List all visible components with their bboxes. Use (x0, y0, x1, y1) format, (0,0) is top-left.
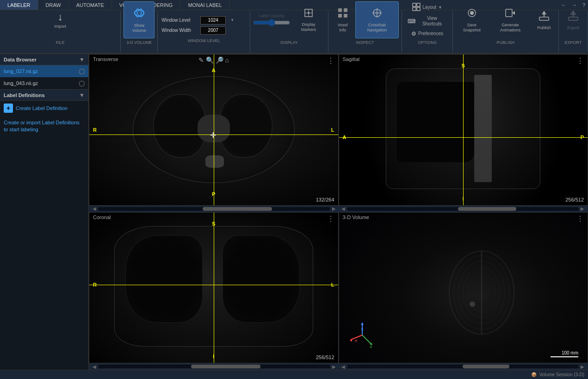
coronal-panel[interactable]: Coronal ⋮ S I R L 2 (89, 212, 339, 364)
svg-point-6 (308, 12, 309, 14)
open-session-button[interactable]: 📁 Open Session (44, 0, 76, 0)
file-item-lung043[interactable]: lung_043.nii.gz ◯ (0, 77, 88, 89)
vol-scroll-left[interactable]: ◀ (341, 364, 345, 369)
coronal-right-orient: L (331, 282, 334, 287)
save-snapshot-button[interactable]: Save Snapshot (456, 1, 488, 38)
trans-scroll-left[interactable]: ◀ (93, 206, 96, 211)
file-group: + New Session 📁 Open Session 💾 Save Sess… (0, 11, 121, 52)
data-browser-collapse[interactable]: ▼ (79, 56, 85, 63)
label-opacity-text: Label Opacity (259, 13, 285, 18)
generate-animations-button[interactable]: Generate Animations (489, 1, 532, 38)
cor-scroll-left[interactable]: ◀ (93, 364, 96, 369)
volume-panel[interactable]: 3-D Volume ⋮ (339, 212, 588, 364)
trans-scroll-right[interactable]: ▶ (332, 206, 336, 211)
cor-scroll-track[interactable] (98, 365, 330, 368)
session-label: Volume Session (3-D) (539, 372, 584, 377)
sag-scroll-thumb[interactable] (458, 207, 516, 211)
transverse-toolbar: ✎ 🔍 🔎 ⌂ (198, 56, 229, 64)
sag-scroll-left[interactable]: ◀ (341, 206, 345, 211)
file-item-lung027[interactable]: lung_027.nii.gz ◯ (0, 65, 88, 77)
inspect-group: Voxel Info Crosshair Navigation INSPECT (328, 11, 402, 52)
svg-rect-22 (539, 17, 549, 20)
cor-scroll-right[interactable]: ▶ (332, 364, 336, 369)
sagittal-top-orient: S (462, 63, 465, 68)
export-group-label: EXPORT (562, 40, 585, 45)
sagittal-counter: 256/512 (565, 197, 584, 202)
svg-rect-16 (413, 7, 416, 11)
svg-text:R: R (355, 339, 358, 343)
file-close-lung027[interactable]: ◯ (79, 68, 85, 74)
vol-scroll-track[interactable] (347, 365, 579, 368)
save-snapshot-label: Save Snapshot (458, 23, 485, 33)
window-level-dropdown[interactable]: ▼ (228, 18, 237, 23)
publish-group-label: PUBLISH (456, 40, 556, 45)
new-session-button[interactable]: + New Session (13, 0, 43, 0)
import-button[interactable]: ↓ Import (49, 1, 72, 38)
window-width-input[interactable] (200, 26, 226, 35)
vol-scroll-right[interactable]: ▶ (581, 364, 584, 369)
label-definitions-header: Label Definitions ▼ (0, 90, 88, 101)
tab-monai-label[interactable]: MONAI LABEL (180, 0, 229, 10)
transverse-label: Transverse (93, 56, 118, 62)
vol-scroll-thumb[interactable] (463, 365, 509, 368)
hand-icon[interactable]: ✎ (198, 56, 204, 64)
crosshair-icon (371, 7, 383, 22)
view-shortcuts-button[interactable]: ⌨ View Shortcuts (405, 14, 449, 28)
reset-icon[interactable]: ⌂ (225, 56, 229, 64)
sagittal-menu-icon[interactable]: ⋮ (576, 56, 584, 65)
coronal-counter: 256/512 (316, 355, 334, 360)
create-label-definition-button[interactable]: + Create Label Definition (0, 101, 88, 116)
file-name-lung043: lung_043.nii.gz (4, 80, 38, 86)
trans-scroll-thumb[interactable] (203, 207, 272, 211)
publish-button[interactable]: Publish (532, 1, 556, 38)
publish-group: Save Snapshot Generate Animations (453, 11, 559, 52)
display-markers-label: Display Markers (295, 22, 322, 32)
data-browser-header: Data Browser ▼ (0, 54, 88, 65)
svg-rect-10 (344, 14, 347, 18)
transverse-counter: 132/264 (316, 197, 334, 202)
display-group-label: DISPLAY (253, 40, 325, 45)
show-volume-button[interactable]: Show Volume (124, 1, 155, 38)
file-close-lung043[interactable]: ◯ (79, 80, 85, 86)
coronal-menu-icon[interactable]: ⋮ (327, 214, 334, 223)
export-button[interactable]: Export (562, 1, 585, 38)
transverse-panel[interactable]: Transverse ✎ 🔍 🔎 ⌂ ⋮ (89, 54, 339, 206)
preferences-button[interactable]: ⚙ Preferences (405, 29, 449, 38)
sag-scroll-track[interactable] (347, 207, 579, 211)
cor-scroll-thumb[interactable] (191, 365, 260, 368)
main-layout: Data Browser ▼ lung_027.nii.gz ◯ lung_04… (0, 54, 588, 370)
trans-scroll-track[interactable] (98, 207, 330, 211)
create-label-text: Create Label Definition (16, 105, 68, 111)
volume-menu-icon[interactable]: ⋮ (576, 214, 584, 223)
export-group: Export EXPORT (559, 11, 588, 52)
label-opacity-slider[interactable] (253, 19, 290, 26)
transverse-bottom-orient: P (212, 191, 215, 197)
view-shortcuts-label: View Shortcuts (417, 16, 446, 27)
transverse-crosshair-v (214, 55, 214, 205)
display-markers-button[interactable]: Display Markers (292, 1, 325, 38)
save-session-button[interactable]: 💾 Save Session (76, 0, 107, 0)
inspect-group-label: INSPECT (331, 40, 399, 45)
window-level-input[interactable] (200, 16, 226, 24)
label-hint-text: Create or import Label Definitions to st… (0, 116, 88, 137)
export-label: Export (567, 25, 579, 31)
options-group-label: OPTIONS (405, 40, 449, 45)
top-scrollbar-row: ◀ ▶ ◀ ▶ (89, 206, 588, 212)
sag-scroll-right[interactable]: ▶ (581, 206, 584, 211)
crosshair-navigation-button[interactable]: Crosshair Navigation (355, 1, 399, 38)
scale-line (551, 356, 578, 357)
zoom-in-icon[interactable]: 🔍 (206, 56, 214, 64)
cursor-icon: ✛ (210, 131, 216, 140)
svg-text:S: S (361, 327, 363, 331)
coronal-left-orient: R (93, 282, 97, 287)
sagittal-panel[interactable]: Sagittal ⋮ S I A P (339, 54, 588, 206)
layout-dropdown-icon: ▼ (438, 5, 442, 10)
session-icon: 📦 (531, 372, 537, 377)
zoom-out-icon[interactable]: 🔎 (216, 56, 223, 64)
svg-point-34 (470, 301, 475, 307)
voxel-info-button[interactable]: Voxel Info (331, 1, 354, 38)
label-definitions-collapse[interactable]: ▼ (79, 92, 85, 98)
transverse-menu-icon[interactable]: ⋮ (327, 56, 334, 65)
window-level-label: Window Level (161, 18, 198, 23)
layout-button[interactable]: Layout ▼ (405, 1, 449, 13)
